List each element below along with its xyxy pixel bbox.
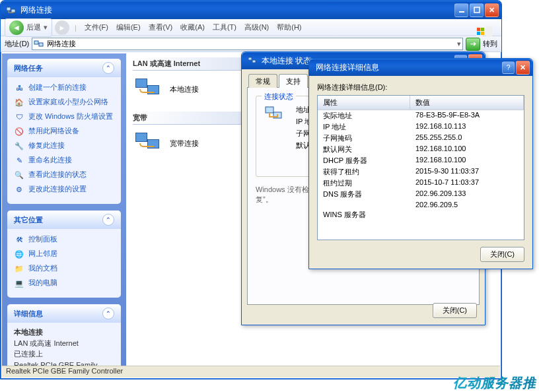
detail-connection-name: 本地连接 <box>14 327 114 338</box>
status-close-action[interactable]: 关闭(C) <box>433 303 477 318</box>
details-listview[interactable]: 属性 数值 实际地址78-E3-B5-9F-E8-3AIP 地址192.168.… <box>317 95 524 240</box>
list-row[interactable]: 租约过期2015-10-7 11:03:37 <box>318 178 524 189</box>
computer-icon: 💻 <box>14 278 24 289</box>
cell-property <box>318 200 410 209</box>
windows-flag-icon <box>471 22 496 42</box>
repair-icon: 🔧 <box>14 141 24 152</box>
list-row[interactable]: WINS 服务器 <box>318 209 524 220</box>
menu-adv[interactable]: 高级(N) <box>242 21 271 34</box>
menu-help[interactable]: 帮助(H) <box>274 21 304 34</box>
cell-property: 租约过期 <box>318 178 410 189</box>
list-row[interactable]: IP 地址192.168.10.113 <box>318 121 524 133</box>
forward-button[interactable]: ► <box>55 20 69 35</box>
tab-general[interactable]: 常规 <box>248 74 277 88</box>
link-my-computer[interactable]: 💻我的电脑 <box>14 277 114 291</box>
help-button[interactable]: ? <box>502 61 515 74</box>
menu-file[interactable]: 文件(F) <box>82 21 111 34</box>
address-input[interactable]: 网络连接 ▾ <box>32 38 463 50</box>
svg-rect-10 <box>248 57 252 60</box>
collapse-icon[interactable]: ⌃ <box>102 308 114 319</box>
panel-other-places: 其它位置 ⌃ 🛠控制面板 🌐网上邻居 📁我的文档 💻我的电脑 <box>7 211 121 298</box>
back-button[interactable]: ◄ 后退 ▾ <box>5 18 52 37</box>
menu-view[interactable]: 查看(V) <box>146 21 176 34</box>
list-row[interactable]: 实际地址78-E3-B5-9F-E8-3A <box>318 110 524 121</box>
wizard-icon: 🖧 <box>14 83 24 94</box>
task-firewall[interactable]: 🛡更改 Windows 防火墙设置 <box>14 110 114 125</box>
other-places-header[interactable]: 其它位置 ⌃ <box>7 211 121 229</box>
list-row[interactable]: 202.96.209.5 <box>318 200 524 209</box>
task-rename[interactable]: ✎重命名此连接 <box>14 154 114 168</box>
details-dialog-title: 网络连接详细信息 <box>312 62 501 73</box>
svg-rect-9 <box>39 43 43 46</box>
details-title: 详细信息 <box>14 309 43 319</box>
connection-details-dialog: 网络连接详细信息 ? ✕ 网络连接详细信息(D): 属性 数值 实际地址78-E… <box>308 58 533 269</box>
close-button[interactable]: ✕ <box>485 3 499 17</box>
network-places-icon: 🌐 <box>14 249 24 260</box>
link-control-panel[interactable]: 🛠控制面板 <box>14 233 114 247</box>
collapse-icon[interactable]: ⌃ <box>102 214 114 226</box>
panel-details: 详细信息 ⌃ 本地连接 LAN 或高速 Internet 已连接上 Realte… <box>7 304 121 366</box>
home-network-icon: 🏠 <box>14 98 24 108</box>
collapse-icon[interactable]: ⌃ <box>102 62 114 74</box>
address-label: 地址(D) <box>5 39 29 49</box>
task-new-connection[interactable]: 🖧创建一个新的连接 <box>14 81 114 96</box>
connection-local-label: 本地连接 <box>170 84 199 94</box>
details-close-action[interactable]: 关闭(C) <box>480 247 524 262</box>
control-panel-icon: 🛠 <box>14 235 24 245</box>
list-row[interactable]: DNS 服务器202.96.209.133 <box>318 189 524 200</box>
cell-value <box>410 209 524 220</box>
col-property[interactable]: 属性 <box>318 96 410 110</box>
address-icon <box>34 38 44 50</box>
list-row[interactable]: DHCP 服务器192.168.10.100 <box>318 155 524 166</box>
tab-support[interactable]: 支持 <box>279 74 308 88</box>
task-disable[interactable]: 🚫禁用此网络设备 <box>14 125 114 139</box>
outer-title: 网络连接 <box>19 5 453 16</box>
back-dropdown[interactable]: ▾ <box>44 23 48 32</box>
task-label: 修复此连接 <box>28 141 65 150</box>
task-change-settings[interactable]: ⚙更改此连接的设置 <box>14 183 114 197</box>
list-row[interactable]: 获得了租约2015-9-30 11:03:37 <box>318 166 524 178</box>
outer-titlebar[interactable]: 网络连接 ✕ <box>1 1 501 19</box>
back-arrow-icon: ◄ <box>9 20 24 35</box>
back-label: 后退 <box>26 22 41 32</box>
list-row[interactable]: 子网掩码255.255.255.0 <box>318 133 524 144</box>
detail-connection-status: 已连接上 <box>14 348 114 360</box>
maximize-button[interactable] <box>470 3 484 17</box>
svg-rect-8 <box>34 41 38 44</box>
task-home-network[interactable]: 🏠设置家庭或小型办公网络 <box>14 96 114 110</box>
cell-value: 2015-10-7 11:03:37 <box>410 178 524 189</box>
address-dropdown[interactable]: ▾ <box>457 40 461 48</box>
menu-tools[interactable]: 工具(T) <box>210 21 239 34</box>
link-my-documents[interactable]: 📁我的文档 <box>14 262 114 277</box>
link-network-places[interactable]: 🌐网上邻居 <box>14 247 114 262</box>
col-value[interactable]: 数值 <box>410 96 524 110</box>
details-titlebar[interactable]: 网络连接详细信息 ? ✕ <box>309 59 532 76</box>
place-label: 我的电脑 <box>28 278 57 287</box>
list-row[interactable]: 默认网关192.168.10.100 <box>318 144 524 155</box>
svg-rect-12 <box>266 107 273 113</box>
firewall-icon: 🛡 <box>14 112 24 123</box>
task-repair[interactable]: 🔧修复此连接 <box>14 139 114 154</box>
cell-property: DHCP 服务器 <box>318 155 410 166</box>
menu-edit[interactable]: 编辑(E) <box>114 21 143 34</box>
panel-network-tasks: 网络任务 ⌃ 🖧创建一个新的连接 🏠设置家庭或小型办公网络 🛡更改 Window… <box>7 59 121 204</box>
task-label: 禁用此网络设备 <box>28 127 79 135</box>
broadband-connection-icon <box>133 130 164 156</box>
menu-fav[interactable]: 收藏(A) <box>178 21 207 34</box>
details-close-button[interactable]: ✕ <box>516 61 530 75</box>
rename-icon: ✎ <box>14 156 24 166</box>
task-view-status[interactable]: 🔍查看此连接的状态 <box>14 168 114 183</box>
cell-property: DNS 服务器 <box>318 189 410 200</box>
cell-property: 默认网关 <box>318 144 410 155</box>
cell-value: 2015-9-30 11:03:37 <box>410 166 524 178</box>
minimize-button[interactable] <box>454 3 468 17</box>
details-header[interactable]: 详细信息 ⌃ <box>7 304 121 323</box>
address-bar: 地址(D) 网络连接 ▾ ➔ 转到 <box>1 36 501 52</box>
details-label: 网络连接详细信息(D): <box>317 82 524 92</box>
place-label: 我的文档 <box>28 264 57 273</box>
svg-rect-0 <box>7 7 11 11</box>
documents-icon: 📁 <box>14 264 24 275</box>
network-tasks-header[interactable]: 网络任务 ⌃ <box>7 59 121 77</box>
disable-icon: 🚫 <box>14 127 24 137</box>
svg-rect-2 <box>459 11 464 13</box>
